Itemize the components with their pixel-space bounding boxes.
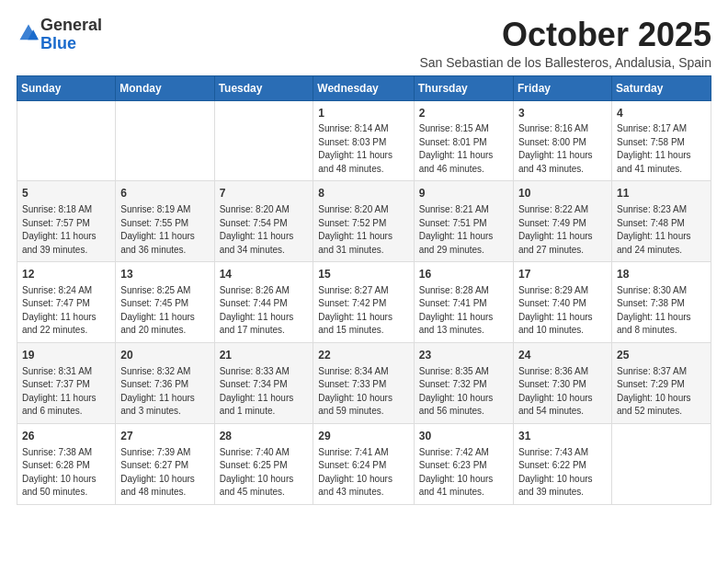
day-number: 14 [220, 267, 309, 282]
header-tuesday: Tuesday [214, 75, 313, 100]
day-info: Sunrise: 7:43 AM Sunset: 6:22 PM Dayligh… [518, 446, 607, 500]
day-number: 27 [120, 429, 209, 444]
day-info: Sunrise: 8:20 AM Sunset: 7:52 PM Dayligh… [318, 203, 408, 257]
header-sunday: Sunday [17, 75, 116, 100]
calendar-header-row: Sunday Monday Tuesday Wednesday Thursday… [17, 75, 711, 100]
day-info: Sunrise: 7:38 AM Sunset: 6:28 PM Dayligh… [22, 446, 110, 500]
day-number: 25 [617, 348, 706, 363]
day-number: 21 [220, 348, 309, 363]
day-number: 23 [419, 348, 508, 363]
day-number: 30 [419, 429, 508, 444]
day-number: 6 [120, 186, 209, 201]
day-info: Sunrise: 7:41 AM Sunset: 6:24 PM Dayligh… [318, 446, 408, 500]
table-row: 31Sunrise: 7:43 AM Sunset: 6:22 PM Dayli… [513, 423, 611, 504]
logo: General Blue [17, 17, 102, 53]
day-info: Sunrise: 7:39 AM Sunset: 6:27 PM Dayligh… [120, 446, 209, 500]
day-info: Sunrise: 8:16 AM Sunset: 8:00 PM Dayligh… [518, 122, 607, 176]
day-number: 10 [518, 186, 607, 201]
day-info: Sunrise: 8:31 AM Sunset: 7:37 PM Dayligh… [22, 365, 110, 419]
day-info: Sunrise: 8:18 AM Sunset: 7:57 PM Dayligh… [22, 203, 110, 257]
day-number: 11 [617, 186, 706, 201]
table-row: 26Sunrise: 7:38 AM Sunset: 6:28 PM Dayli… [17, 423, 116, 504]
day-info: Sunrise: 8:15 AM Sunset: 8:01 PM Dayligh… [419, 122, 508, 176]
day-info: Sunrise: 8:20 AM Sunset: 7:54 PM Dayligh… [220, 203, 309, 257]
day-number: 13 [120, 267, 209, 282]
day-number: 29 [318, 429, 408, 444]
day-info: Sunrise: 7:40 AM Sunset: 6:25 PM Dayligh… [220, 446, 309, 500]
table-row: 9Sunrise: 8:21 AM Sunset: 7:51 PM Daylig… [414, 181, 513, 262]
subtitle: San Sebastian de los Ballesteros, Andalu… [419, 55, 711, 70]
day-number: 16 [419, 267, 508, 282]
table-row: 21Sunrise: 8:33 AM Sunset: 7:34 PM Dayli… [214, 342, 313, 423]
table-row: 11Sunrise: 8:23 AM Sunset: 7:48 PM Dayli… [611, 181, 711, 262]
day-number: 22 [318, 348, 408, 363]
header-saturday: Saturday [611, 75, 711, 100]
header-wednesday: Wednesday [313, 75, 414, 100]
page: General Blue October 2025 San Sebastian … [0, 0, 728, 563]
table-row: 3Sunrise: 8:16 AM Sunset: 8:00 PM Daylig… [513, 100, 611, 181]
header-thursday: Thursday [414, 75, 513, 100]
day-number: 7 [220, 186, 309, 201]
calendar-week-row: 5Sunrise: 8:18 AM Sunset: 7:57 PM Daylig… [17, 181, 711, 262]
day-number: 8 [318, 186, 408, 201]
table-row: 13Sunrise: 8:25 AM Sunset: 7:45 PM Dayli… [116, 262, 214, 343]
title-block: October 2025 San Sebastian de los Balles… [419, 17, 711, 70]
day-info: Sunrise: 8:22 AM Sunset: 7:49 PM Dayligh… [518, 203, 607, 257]
day-number: 18 [617, 267, 706, 282]
table-row: 16Sunrise: 8:28 AM Sunset: 7:41 PM Dayli… [414, 262, 513, 343]
day-number: 15 [318, 267, 408, 282]
day-number: 4 [617, 106, 706, 121]
day-info: Sunrise: 8:27 AM Sunset: 7:42 PM Dayligh… [318, 284, 408, 338]
day-info: Sunrise: 8:33 AM Sunset: 7:34 PM Dayligh… [220, 365, 309, 419]
table-row: 5Sunrise: 8:18 AM Sunset: 7:57 PM Daylig… [17, 181, 116, 262]
logo-general-text: General [40, 16, 102, 34]
table-row: 2Sunrise: 8:15 AM Sunset: 8:01 PM Daylig… [414, 100, 513, 181]
day-info: Sunrise: 8:34 AM Sunset: 7:33 PM Dayligh… [318, 365, 408, 419]
table-row: 30Sunrise: 7:42 AM Sunset: 6:23 PM Dayli… [414, 423, 513, 504]
day-info: Sunrise: 8:23 AM Sunset: 7:48 PM Dayligh… [617, 203, 706, 257]
day-info: Sunrise: 8:14 AM Sunset: 8:03 PM Dayligh… [318, 122, 408, 176]
day-info: Sunrise: 8:25 AM Sunset: 7:45 PM Dayligh… [120, 284, 209, 338]
day-number: 28 [220, 429, 309, 444]
calendar-week-row: 12Sunrise: 8:24 AM Sunset: 7:47 PM Dayli… [17, 262, 711, 343]
day-info: Sunrise: 8:30 AM Sunset: 7:38 PM Dayligh… [617, 284, 706, 338]
month-title: October 2025 [419, 17, 711, 53]
table-row [611, 423, 711, 504]
table-row: 20Sunrise: 8:32 AM Sunset: 7:36 PM Dayli… [116, 342, 214, 423]
day-info: Sunrise: 8:28 AM Sunset: 7:41 PM Dayligh… [419, 284, 508, 338]
calendar-week-row: 1Sunrise: 8:14 AM Sunset: 8:03 PM Daylig… [17, 100, 711, 181]
table-row: 12Sunrise: 8:24 AM Sunset: 7:47 PM Dayli… [17, 262, 116, 343]
table-row: 14Sunrise: 8:26 AM Sunset: 7:44 PM Dayli… [214, 262, 313, 343]
calendar-table: Sunday Monday Tuesday Wednesday Thursday… [17, 75, 711, 505]
day-number: 24 [518, 348, 607, 363]
table-row: 18Sunrise: 8:30 AM Sunset: 7:38 PM Dayli… [611, 262, 711, 343]
day-info: Sunrise: 8:24 AM Sunset: 7:47 PM Dayligh… [22, 284, 110, 338]
table-row: 17Sunrise: 8:29 AM Sunset: 7:40 PM Dayli… [513, 262, 611, 343]
day-number: 26 [22, 429, 110, 444]
day-number: 9 [419, 186, 508, 201]
day-number: 12 [22, 267, 110, 282]
table-row: 10Sunrise: 8:22 AM Sunset: 7:49 PM Dayli… [513, 181, 611, 262]
day-info: Sunrise: 8:32 AM Sunset: 7:36 PM Dayligh… [120, 365, 209, 419]
table-row: 6Sunrise: 8:19 AM Sunset: 7:55 PM Daylig… [116, 181, 214, 262]
day-number: 5 [22, 186, 110, 201]
day-info: Sunrise: 8:21 AM Sunset: 7:51 PM Dayligh… [419, 203, 508, 257]
table-row [17, 100, 116, 181]
table-row: 4Sunrise: 8:17 AM Sunset: 7:58 PM Daylig… [611, 100, 711, 181]
day-number: 2 [419, 106, 508, 121]
day-number: 20 [120, 348, 209, 363]
calendar-week-row: 19Sunrise: 8:31 AM Sunset: 7:37 PM Dayli… [17, 342, 711, 423]
day-info: Sunrise: 8:29 AM Sunset: 7:40 PM Dayligh… [518, 284, 607, 338]
table-row: 29Sunrise: 7:41 AM Sunset: 6:24 PM Dayli… [313, 423, 414, 504]
header-friday: Friday [513, 75, 611, 100]
table-row: 23Sunrise: 8:35 AM Sunset: 7:32 PM Dayli… [414, 342, 513, 423]
table-row: 27Sunrise: 7:39 AM Sunset: 6:27 PM Dayli… [116, 423, 214, 504]
day-info: Sunrise: 7:42 AM Sunset: 6:23 PM Dayligh… [419, 446, 508, 500]
table-row: 8Sunrise: 8:20 AM Sunset: 7:52 PM Daylig… [313, 181, 414, 262]
day-info: Sunrise: 8:35 AM Sunset: 7:32 PM Dayligh… [419, 365, 508, 419]
table-row: 19Sunrise: 8:31 AM Sunset: 7:37 PM Dayli… [17, 342, 116, 423]
day-info: Sunrise: 8:26 AM Sunset: 7:44 PM Dayligh… [220, 284, 309, 338]
table-row: 7Sunrise: 8:20 AM Sunset: 7:54 PM Daylig… [214, 181, 313, 262]
table-row [214, 100, 313, 181]
table-row: 24Sunrise: 8:36 AM Sunset: 7:30 PM Dayli… [513, 342, 611, 423]
